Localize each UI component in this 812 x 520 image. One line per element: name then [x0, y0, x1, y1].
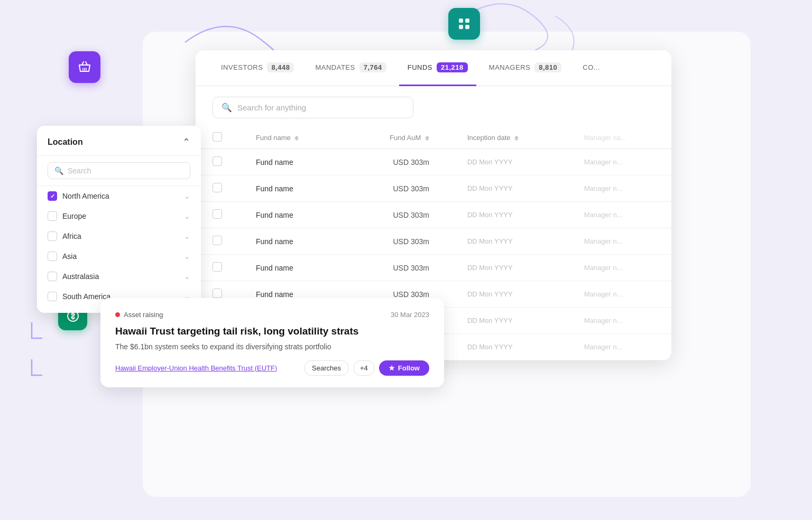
- col-fund-aum[interactable]: Fund AuM: [344, 127, 450, 149]
- checkbox-asia[interactable]: [48, 252, 57, 261]
- expand-australasia-icon[interactable]: ⌄: [184, 272, 190, 281]
- search-bar-container: 🔍: [196, 86, 671, 118]
- row-aum-3: USD 303m: [344, 228, 450, 255]
- checkbox-europe[interactable]: [48, 211, 57, 221]
- location-search-input[interactable]: [68, 166, 183, 175]
- row-manager-7: Manager n...: [567, 334, 671, 360]
- tab-mandates[interactable]: MANDATES 7,764: [307, 50, 394, 86]
- row-checkbox-4[interactable]: [213, 262, 222, 272]
- row-inception-1: DD Mon YYYY: [450, 175, 567, 202]
- expand-europe-icon[interactable]: ⌄: [184, 212, 190, 220]
- tab-funds[interactable]: FUNDS 21,218: [399, 50, 476, 86]
- news-dot: [115, 312, 120, 317]
- sort-inception-date-icon[interactable]: [514, 136, 519, 141]
- checkbox-south-america[interactable]: [48, 292, 57, 301]
- row-checkbox-1[interactable]: [213, 183, 222, 192]
- checkbox-australasia[interactable]: [48, 272, 57, 281]
- row-fund-name-2: Fund name: [239, 202, 344, 228]
- table-row: Fund name USD 303m DD Mon YYYY Manager n…: [196, 255, 671, 281]
- row-aum-0: USD 303m: [344, 149, 450, 175]
- row-fund-name-3: Fund name: [239, 228, 344, 255]
- table-row: Fund name USD 303m DD Mon YYYY Manager n…: [196, 202, 671, 228]
- location-search-container: 🔍: [37, 156, 201, 186]
- tab-cos[interactable]: CO...: [574, 50, 608, 86]
- location-item-north-america[interactable]: North America ⌄: [37, 186, 201, 206]
- tab-mandates-label: MANDATES: [315, 63, 355, 71]
- row-checkbox-2[interactable]: [213, 209, 222, 219]
- svg-rect-2: [465, 18, 469, 23]
- col-fund-name[interactable]: Fund name: [239, 127, 344, 149]
- star-icon: ★: [389, 364, 395, 372]
- news-actions: Searches +4 ★ Follow: [304, 360, 429, 376]
- search-icon: 🔍: [54, 166, 63, 175]
- checkbox-north-america[interactable]: [48, 191, 57, 201]
- collapse-location-button[interactable]: ⌃: [182, 136, 190, 148]
- col-manager-name: Manager na...: [567, 127, 671, 149]
- row-inception-3: DD Mon YYYY: [450, 228, 567, 255]
- location-label-europe: Europe: [62, 212, 86, 220]
- news-card: Asset raising 30 Mar 2023 Hawaii Trust t…: [100, 298, 444, 387]
- table-row: Fund name USD 303m DD Mon YYYY Manager n…: [196, 149, 671, 175]
- row-manager-0: Manager n...: [567, 149, 671, 175]
- location-search-inner: 🔍: [48, 162, 190, 179]
- row-aum-1: USD 303m: [344, 175, 450, 202]
- row-fund-name-4: Fund name: [239, 255, 344, 281]
- tab-managers[interactable]: MANAGERS 8,810: [481, 50, 570, 86]
- svg-rect-3: [459, 25, 463, 29]
- follow-button[interactable]: ★ Follow: [379, 360, 429, 376]
- plus-count-button[interactable]: +4: [353, 360, 375, 376]
- row-fund-name-1: Fund name: [239, 175, 344, 202]
- app-icon-purple: [69, 51, 100, 83]
- row-manager-6: Manager n...: [567, 308, 671, 334]
- row-checkbox-3[interactable]: [213, 236, 222, 245]
- row-inception-5: DD Mon YYYY: [450, 281, 567, 308]
- grid-icon: [456, 15, 473, 32]
- tab-investors-count: 8,448: [267, 62, 294, 72]
- location-label-australasia: Australasia: [62, 272, 99, 281]
- row-inception-0: DD Mon YYYY: [450, 149, 567, 175]
- tab-managers-label: MANAGERS: [489, 63, 530, 71]
- tab-managers-count: 8,810: [534, 62, 561, 72]
- row-checkbox-5[interactable]: [213, 289, 222, 298]
- tab-funds-count: 21,218: [437, 62, 468, 72]
- tab-funds-label: FUNDS: [408, 63, 432, 71]
- location-filter-card: Location ⌃ 🔍 North America ⌄ Europe ⌄ Af…: [37, 126, 201, 313]
- news-title: Hawaii Trust targeting tail risk, long v…: [115, 325, 429, 338]
- row-manager-4: Manager n...: [567, 255, 671, 281]
- svg-rect-4: [465, 25, 469, 29]
- tabs-row: INVESTORS 8,448 MANDATES 7,764 FUNDS 21,…: [196, 50, 671, 86]
- searches-button[interactable]: Searches: [304, 360, 349, 376]
- news-footer: Hawaii Employer-Union Health Benefits Tr…: [115, 360, 429, 376]
- sort-fund-name-icon[interactable]: [294, 136, 299, 141]
- news-date: 30 Mar 2023: [391, 311, 429, 319]
- search-input[interactable]: [237, 103, 404, 112]
- search-icon: 🔍: [222, 103, 232, 113]
- row-inception-2: DD Mon YYYY: [450, 202, 567, 228]
- col-inception-date[interactable]: Inception date: [450, 127, 567, 149]
- location-item-australasia[interactable]: Australasia ⌄: [37, 266, 201, 286]
- location-item-africa[interactable]: Africa ⌄: [37, 226, 201, 246]
- sort-fund-aum-icon[interactable]: [425, 136, 429, 141]
- row-inception-6: DD Mon YYYY: [450, 308, 567, 334]
- news-meta: Asset raising 30 Mar 2023: [115, 311, 429, 319]
- expand-north-america-icon[interactable]: ⌄: [184, 192, 190, 200]
- select-all-checkbox[interactable]: [213, 132, 222, 142]
- location-item-europe[interactable]: Europe ⌄: [37, 206, 201, 226]
- location-label-africa: Africa: [62, 232, 81, 240]
- follow-label: Follow: [398, 364, 420, 372]
- expand-asia-icon[interactable]: ⌄: [184, 252, 190, 261]
- search-bar: 🔍: [213, 97, 413, 118]
- row-manager-3: Manager n...: [567, 228, 671, 255]
- location-item-asia[interactable]: Asia ⌄: [37, 246, 201, 266]
- row-inception-4: DD Mon YYYY: [450, 255, 567, 281]
- row-fund-name-0: Fund name: [239, 149, 344, 175]
- app-icon-teal: [448, 8, 480, 40]
- news-description: The $6.1bn system seeks to expand its di…: [115, 342, 429, 351]
- row-checkbox-0[interactable]: [213, 156, 222, 166]
- expand-africa-icon[interactable]: ⌄: [184, 232, 190, 240]
- tab-investors[interactable]: INVESTORS 8,448: [213, 50, 302, 86]
- row-manager-2: Manager n...: [567, 202, 671, 228]
- row-aum-2: USD 303m: [344, 202, 450, 228]
- news-link[interactable]: Hawaii Employer-Union Health Benefits Tr…: [115, 364, 277, 372]
- checkbox-africa[interactable]: [48, 231, 57, 241]
